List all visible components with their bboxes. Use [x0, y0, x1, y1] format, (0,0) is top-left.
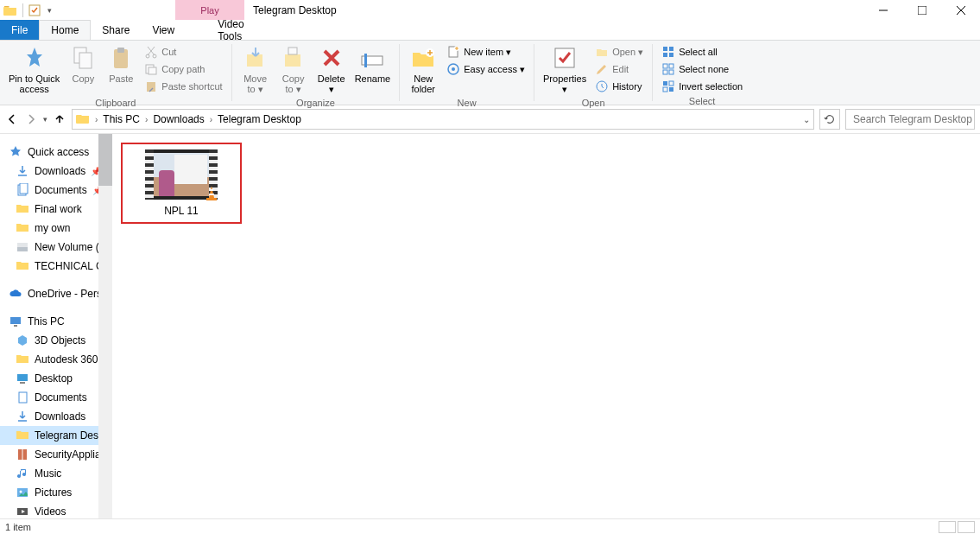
- navpane-scrollbar[interactable]: [98, 134, 112, 518]
- tab-file[interactable]: File: [0, 20, 39, 40]
- svg-rect-56: [210, 189, 213, 191]
- breadcrumb-item[interactable]: This PC: [103, 113, 140, 125]
- chevron-right-icon[interactable]: ›: [206, 115, 216, 124]
- breadcrumb-item[interactable]: Telegram Desktop: [218, 113, 301, 125]
- nav-item-my-own[interactable]: my own: [0, 219, 112, 238]
- nav-item-technical[interactable]: TECHNICAL CO: [0, 257, 112, 276]
- svg-rect-16: [288, 48, 297, 54]
- tab-view[interactable]: View: [141, 20, 186, 40]
- nav-item-final-work[interactable]: Final work: [0, 200, 112, 219]
- minimize-button[interactable]: [863, 0, 902, 20]
- cut-button[interactable]: Cut: [141, 44, 225, 60]
- qat-dropdown[interactable]: ▾: [44, 6, 55, 15]
- nav-onedrive[interactable]: OneDrive - Person: [0, 284, 112, 303]
- nav-recent-dropdown[interactable]: ▾: [43, 115, 47, 124]
- edit-button[interactable]: Edit: [591, 61, 647, 77]
- nav-item-desktop[interactable]: Desktop: [0, 369, 112, 388]
- close-button[interactable]: [941, 0, 980, 20]
- copy-to-button[interactable]: Copy to ▾: [275, 42, 312, 96]
- rename-icon: [358, 44, 386, 72]
- svg-rect-31: [669, 64, 673, 68]
- search-box[interactable]: Search Telegram Desktop: [845, 109, 975, 130]
- nav-forward-button[interactable]: [24, 112, 38, 126]
- drive-icon: [16, 240, 29, 254]
- nav-item-3d-objects[interactable]: 3D Objects: [0, 331, 112, 350]
- 3d-icon: [16, 334, 29, 347]
- maximize-button[interactable]: [902, 0, 941, 20]
- file-item-video[interactable]: NPL 11: [128, 149, 235, 217]
- this-pc-icon: [9, 315, 22, 328]
- nav-item-music[interactable]: Music: [0, 464, 112, 483]
- nav-item-security[interactable]: SecurityApplian: [0, 445, 112, 464]
- svg-rect-27: [669, 47, 673, 51]
- file-list[interactable]: NPL 11: [112, 134, 980, 518]
- refresh-button[interactable]: [819, 109, 840, 130]
- paste-shortcut-button[interactable]: Paste shortcut: [141, 79, 225, 94]
- paste-icon: [107, 44, 135, 72]
- rename-button[interactable]: Rename: [351, 42, 395, 96]
- pin-to-quick-access-button[interactable]: Pin to Quick access: [5, 42, 63, 96]
- nav-item-autodesk[interactable]: Autodesk 360: [0, 350, 112, 369]
- nav-item-downloads-qa[interactable]: Downloads📌: [0, 162, 112, 181]
- chevron-right-icon[interactable]: ›: [92, 115, 101, 124]
- history-button[interactable]: History: [591, 79, 647, 94]
- downloads-icon: [16, 164, 29, 178]
- tab-share[interactable]: Share: [91, 20, 141, 40]
- qat-properties-icon[interactable]: [28, 4, 41, 16]
- navigation-pane[interactable]: Quick access Downloads📌 Documents📌 Final…: [0, 134, 112, 518]
- select-none-button[interactable]: Select none: [658, 61, 746, 77]
- delete-button[interactable]: Delete ▾: [313, 42, 350, 96]
- properties-button[interactable]: Properties ▾: [540, 42, 590, 96]
- svg-rect-48: [19, 392, 27, 403]
- address-bar[interactable]: › This PC › Downloads › Telegram Desktop…: [72, 109, 814, 130]
- address-dropdown[interactable]: ⌄: [803, 115, 810, 124]
- nav-item-telegram-desktop[interactable]: Telegram Deskt: [0, 426, 112, 445]
- tab-home[interactable]: Home: [39, 20, 91, 40]
- documents-icon: [16, 183, 29, 197]
- folder-icon: [16, 202, 29, 216]
- open-button[interactable]: Open ▾: [591, 44, 647, 60]
- nav-this-pc[interactable]: This PC: [0, 312, 112, 331]
- move-to-icon: [242, 44, 269, 72]
- svg-rect-42: [17, 247, 28, 251]
- nav-item-documents[interactable]: Documents: [0, 388, 112, 407]
- nav-quick-access[interactable]: Quick access: [0, 143, 112, 162]
- copy-button[interactable]: Copy: [65, 42, 101, 96]
- nav-item-videos[interactable]: Videos: [0, 502, 112, 518]
- copy-to-icon: [280, 44, 307, 72]
- folder-icon: [16, 259, 29, 273]
- svg-rect-46: [17, 374, 28, 381]
- separator: [22, 3, 23, 17]
- svg-rect-35: [669, 81, 673, 86]
- music-icon: [16, 467, 29, 480]
- group-label-clipboard: Clipboard: [5, 96, 226, 110]
- nav-item-documents-qa[interactable]: Documents📌: [0, 181, 112, 200]
- group-label-organize: Organize: [237, 96, 395, 110]
- archive-icon: [16, 448, 29, 461]
- group-label-open: Open: [540, 96, 647, 110]
- svg-rect-41: [20, 183, 28, 194]
- folder-icon: [76, 112, 90, 126]
- move-to-button[interactable]: Move to ▾: [237, 42, 274, 96]
- nav-item-downloads[interactable]: Downloads: [0, 407, 112, 426]
- nav-up-button[interactable]: [53, 112, 66, 126]
- copy-path-button[interactable]: Copy path: [141, 61, 225, 77]
- nav-back-button[interactable]: [5, 112, 19, 126]
- tab-video-tools[interactable]: Video Tools: [206, 20, 275, 40]
- chevron-right-icon[interactable]: ›: [142, 115, 151, 124]
- paste-button[interactable]: Paste: [103, 42, 139, 96]
- easy-access-button[interactable]: Easy access ▾: [443, 61, 528, 77]
- view-details-button[interactable]: [939, 521, 956, 533]
- select-all-button[interactable]: Select all: [658, 44, 746, 60]
- invert-selection-button[interactable]: Invert selection: [658, 79, 746, 94]
- new-item-button[interactable]: New item ▾: [443, 44, 528, 60]
- scrollbar-thumb[interactable]: [98, 134, 112, 186]
- new-folder-button[interactable]: New folder: [405, 42, 441, 96]
- view-thumbnails-button[interactable]: [958, 521, 975, 533]
- cut-icon: [144, 45, 158, 59]
- window-title: Telegram Desktop: [244, 0, 863, 20]
- nav-item-pictures[interactable]: Pictures: [0, 483, 112, 502]
- svg-rect-18: [364, 54, 367, 67]
- breadcrumb-item[interactable]: Downloads: [153, 113, 204, 125]
- nav-item-new-volume[interactable]: New Volume (D:: [0, 238, 112, 257]
